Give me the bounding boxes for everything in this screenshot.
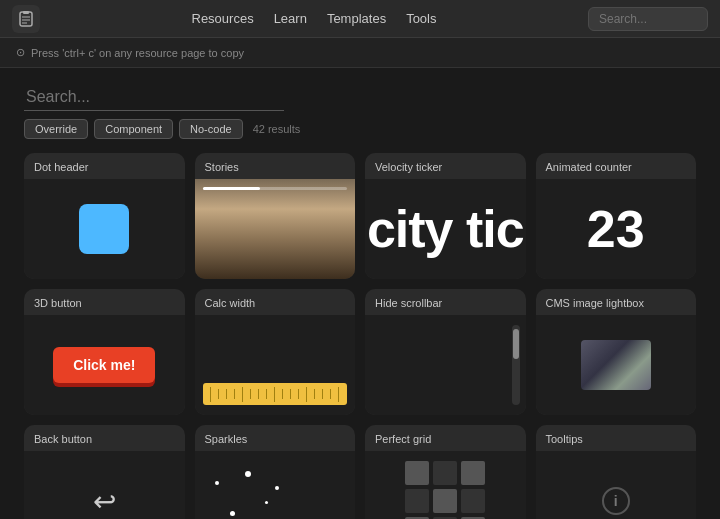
ruler [203, 383, 347, 405]
card-scrollbar-label: Hide scrollbar [365, 289, 526, 315]
card-stories-preview [195, 179, 356, 279]
card-cms-preview [536, 315, 697, 415]
dot-header-box [79, 204, 129, 254]
filter-component[interactable]: Component [94, 119, 173, 139]
card-dot-header-label: Dot header [24, 153, 185, 179]
card-back-preview: ↩ [24, 451, 185, 519]
card-tooltips[interactable]: Tooltips i [536, 425, 697, 519]
card-cms-lightbox[interactable]: CMS image lightbox [536, 289, 697, 415]
card-counter-preview: 23 [536, 179, 697, 279]
stories-progress-fill [203, 187, 261, 190]
card-stories-label: Stories [195, 153, 356, 179]
navbar: Resources Learn Templates Tools [0, 0, 720, 38]
hint-bar: ⊙ Press 'ctrl+ c' on any resource page t… [0, 38, 720, 68]
nav-tools[interactable]: Tools [406, 11, 436, 26]
cms-thumbnail [581, 340, 651, 390]
card-scrollbar-preview [365, 315, 526, 415]
card-calc-label: Calc width [195, 289, 356, 315]
search-container: Override Component No-code 42 results [24, 84, 696, 139]
logo-icon [18, 11, 34, 27]
card-sparkles-preview [195, 451, 356, 519]
velocity-text: city tic [367, 199, 524, 259]
counter-value: 23 [587, 199, 645, 259]
card-perfect-grid-preview [365, 451, 526, 519]
sparkle-dot [215, 481, 219, 485]
nav-search-input[interactable] [588, 7, 708, 31]
stories-progress-bar [203, 187, 348, 190]
main-content: Override Component No-code 42 results Do… [0, 68, 720, 519]
card-cms-label: CMS image lightbox [536, 289, 697, 315]
card-dot-header[interactable]: Dot header [24, 153, 185, 279]
sparkle-dot [265, 501, 268, 504]
back-arrow-icon: ↩ [93, 485, 116, 518]
card-grid: Dot header Stories Velocity ticker city … [24, 153, 696, 519]
card-back-label: Back button [24, 425, 185, 451]
card-counter-label: Animated counter [536, 153, 697, 179]
filter-row: Override Component No-code 42 results [24, 119, 696, 139]
scrollbar-thumb [513, 329, 519, 359]
card-3d-label: 3D button [24, 289, 185, 315]
card-sparkles-label: Sparkles [195, 425, 356, 451]
card-velocity[interactable]: Velocity ticker city tic [365, 153, 526, 279]
filter-override[interactable]: Override [24, 119, 88, 139]
card-calc-preview [195, 315, 356, 415]
card-stories[interactable]: Stories [195, 153, 356, 279]
nav-templates[interactable]: Templates [327, 11, 386, 26]
card-sparkles[interactable]: Sparkles [195, 425, 356, 519]
card-velocity-preview: city tic [365, 179, 526, 279]
card-tooltips-label: Tooltips [536, 425, 697, 451]
search-input[interactable] [24, 84, 284, 111]
results-count: 42 results [253, 123, 301, 135]
svg-rect-1 [23, 11, 29, 14]
card-animated-counter[interactable]: Animated counter 23 [536, 153, 697, 279]
hint-text: Press 'ctrl+ c' on any resource page to … [31, 47, 244, 59]
scrollbar-track [512, 325, 520, 405]
perfect-grid-demo [405, 461, 485, 519]
sparkle-dot [230, 511, 235, 516]
pin-icon: ⊙ [16, 46, 25, 59]
filter-nocode[interactable]: No-code [179, 119, 243, 139]
card-3d-button[interactable]: 3D button Click me! [24, 289, 185, 415]
card-grid-label: Perfect grid [365, 425, 526, 451]
card-back-button[interactable]: Back button ↩ [24, 425, 185, 519]
svg-rect-0 [20, 12, 32, 26]
3d-button-demo[interactable]: Click me! [53, 347, 155, 383]
tooltip-info-icon: i [602, 487, 630, 515]
card-calc-width[interactable]: Calc width [195, 289, 356, 415]
card-velocity-label: Velocity ticker [365, 153, 526, 179]
card-hide-scrollbar[interactable]: Hide scrollbar [365, 289, 526, 415]
sparkle-dot [275, 486, 279, 490]
card-tooltips-preview: i [536, 451, 697, 519]
nav-learn[interactable]: Learn [274, 11, 307, 26]
card-perfect-grid[interactable]: Perfect grid [365, 425, 526, 519]
logo[interactable] [12, 5, 40, 33]
nav-links: Resources Learn Templates Tools [64, 11, 564, 26]
nav-resources[interactable]: Resources [192, 11, 254, 26]
card-dot-header-preview [24, 179, 185, 279]
card-3d-preview: Click me! [24, 315, 185, 415]
sparkle-dot [245, 471, 251, 477]
